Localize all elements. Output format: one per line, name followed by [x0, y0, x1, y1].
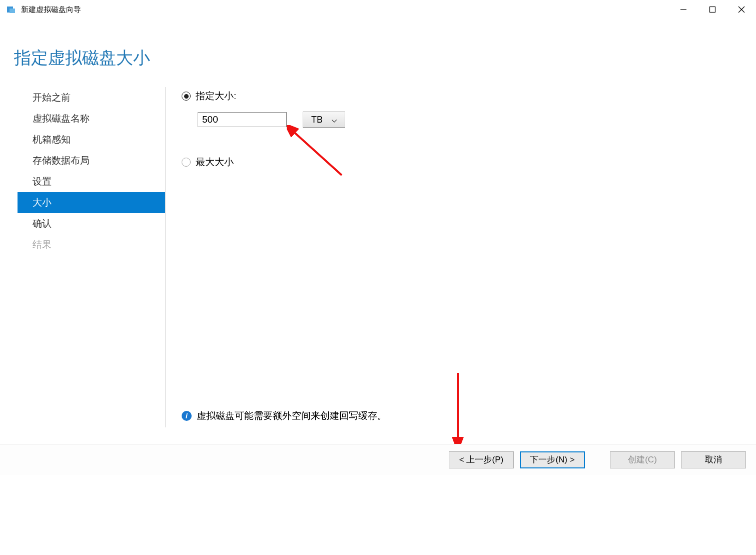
vertical-divider [165, 87, 166, 427]
info-row: i 虚拟磁盘可能需要额外空间来创建回写缓存。 [182, 409, 387, 422]
sidebar-item-storage-layout[interactable]: 存储数据布局 [18, 150, 165, 171]
radio-specify-size[interactable]: 指定大小: [182, 90, 756, 103]
info-text: 虚拟磁盘可能需要额外空间来创建回写缓存。 [197, 409, 387, 422]
next-button[interactable]: 下一步(N) > [520, 451, 585, 468]
previous-button[interactable]: < 上一步(P) [449, 451, 514, 468]
page-heading: 指定虚拟磁盘大小 [14, 47, 756, 70]
size-input[interactable] [198, 112, 287, 127]
sidebar-item-results: 结果 [18, 234, 165, 255]
unit-selected-value: TB [311, 115, 323, 125]
radio-unchecked-icon [182, 158, 191, 167]
chevron-down-icon [332, 115, 337, 125]
wizard-sidebar: 开始之前 虚拟磁盘名称 机箱感知 存储数据布局 设置 大小 确认 结果 [0, 87, 165, 427]
svg-rect-1 [10, 9, 15, 13]
radio-max-size[interactable]: 最大大小 [182, 156, 756, 169]
sidebar-item-confirm[interactable]: 确认 [18, 213, 165, 234]
sidebar-item-size[interactable]: 大小 [18, 192, 165, 213]
cancel-button[interactable]: 取消 [681, 451, 746, 468]
maximize-button[interactable] [698, 0, 727, 19]
sidebar-item-enclosure[interactable]: 机箱感知 [18, 129, 165, 150]
radio-max-label: 最大大小 [196, 156, 234, 169]
radio-specify-label: 指定大小: [196, 90, 236, 103]
radio-checked-icon [182, 92, 191, 101]
app-icon [6, 5, 16, 15]
size-input-row: TB [198, 112, 756, 128]
create-button: 创建(C) [610, 451, 675, 468]
content-area: 开始之前 虚拟磁盘名称 机箱感知 存储数据布局 设置 大小 确认 结果 指定大小… [0, 87, 756, 427]
titlebar: 新建虚拟磁盘向导 [0, 0, 756, 19]
main-panel: 指定大小: TB 最大大小 i 虚拟磁盘可能需要额外空间来创建回写缓存。 [181, 87, 756, 427]
window-title: 新建虚拟磁盘向导 [21, 5, 81, 15]
sidebar-item-before-begin[interactable]: 开始之前 [18, 87, 165, 108]
sidebar-item-vdisk-name[interactable]: 虚拟磁盘名称 [18, 108, 165, 129]
sidebar-item-settings[interactable]: 设置 [18, 171, 165, 192]
minimize-button[interactable] [669, 0, 698, 19]
wizard-footer: < 上一步(P) 下一步(N) > 创建(C) 取消 [0, 444, 756, 475]
unit-select[interactable]: TB [303, 112, 345, 128]
info-icon: i [182, 411, 192, 421]
close-button[interactable] [727, 0, 756, 19]
window-controls [669, 0, 756, 19]
svg-rect-3 [710, 7, 715, 13]
